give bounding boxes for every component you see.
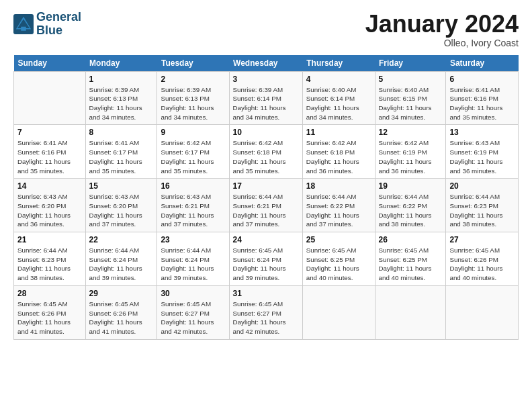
weekday-header-row: SundayMondayTuesdayWednesdayThursdayFrid…	[14, 55, 519, 72]
day-info: Sunrise: 6:42 AM Sunset: 6:18 PM Dayligh…	[306, 138, 371, 175]
calendar-cell: 25Sunrise: 6:45 AM Sunset: 6:25 PM Dayli…	[302, 232, 375, 286]
day-number: 15	[89, 181, 154, 191]
day-number: 16	[161, 181, 225, 191]
calendar-week-row: 21Sunrise: 6:44 AM Sunset: 6:23 PM Dayli…	[14, 232, 519, 286]
day-info: Sunrise: 6:45 AM Sunset: 6:24 PM Dayligh…	[233, 246, 299, 283]
svg-rect-3	[21, 27, 26, 31]
header: General Blue January 2024 Olleo, Ivory C…	[13, 11, 519, 48]
calendar-cell: 29Sunrise: 6:45 AM Sunset: 6:26 PM Dayli…	[85, 285, 157, 339]
logo: General Blue	[13, 11, 81, 38]
calendar-cell: 1Sunrise: 6:39 AM Sunset: 6:13 PM Daylig…	[85, 71, 157, 125]
day-number: 27	[449, 235, 515, 244]
calendar-cell: 12Sunrise: 6:42 AM Sunset: 6:19 PM Dayli…	[375, 125, 446, 179]
day-info: Sunrise: 6:44 AM Sunset: 6:24 PM Dayligh…	[161, 246, 225, 283]
day-number: 23	[161, 235, 225, 244]
title-block: January 2024 Olleo, Ivory Coast	[365, 11, 519, 48]
calendar-cell: 5Sunrise: 6:40 AM Sunset: 6:15 PM Daylig…	[375, 71, 446, 125]
day-number: 10	[233, 128, 299, 137]
calendar-cell	[14, 71, 86, 125]
logo-line2: Blue	[36, 24, 81, 38]
day-info: Sunrise: 6:45 AM Sunset: 6:25 PM Dayligh…	[379, 246, 443, 283]
calendar-cell	[302, 285, 375, 339]
weekday-header-wednesday: Wednesday	[229, 55, 302, 72]
day-info: Sunrise: 6:45 AM Sunset: 6:25 PM Dayligh…	[306, 246, 371, 283]
day-number: 6	[449, 75, 515, 84]
calendar-cell: 10Sunrise: 6:42 AM Sunset: 6:18 PM Dayli…	[229, 125, 302, 179]
calendar-cell: 30Sunrise: 6:45 AM Sunset: 6:27 PM Dayli…	[157, 285, 229, 339]
calendar-cell: 19Sunrise: 6:44 AM Sunset: 6:22 PM Dayli…	[375, 179, 446, 232]
day-number: 22	[89, 235, 154, 244]
day-number: 1	[89, 75, 154, 84]
day-info: Sunrise: 6:39 AM Sunset: 6:13 PM Dayligh…	[89, 85, 154, 122]
calendar-cell: 11Sunrise: 6:42 AM Sunset: 6:18 PM Dayli…	[302, 125, 375, 179]
day-info: Sunrise: 6:45 AM Sunset: 6:26 PM Dayligh…	[89, 300, 154, 336]
calendar-cell: 22Sunrise: 6:44 AM Sunset: 6:24 PM Dayli…	[85, 232, 157, 286]
day-info: Sunrise: 6:44 AM Sunset: 6:23 PM Dayligh…	[449, 192, 515, 229]
day-info: Sunrise: 6:42 AM Sunset: 6:19 PM Dayligh…	[379, 138, 443, 175]
day-info: Sunrise: 6:43 AM Sunset: 6:21 PM Dayligh…	[161, 192, 225, 229]
day-number: 25	[306, 235, 371, 244]
day-number: 4	[306, 75, 371, 84]
weekday-header-thursday: Thursday	[302, 55, 375, 72]
day-number: 19	[379, 181, 443, 191]
weekday-header-saturday: Saturday	[446, 55, 519, 72]
calendar-cell: 14Sunrise: 6:43 AM Sunset: 6:20 PM Dayli…	[14, 179, 86, 232]
day-number: 14	[17, 181, 82, 191]
calendar-cell: 18Sunrise: 6:44 AM Sunset: 6:22 PM Dayli…	[302, 179, 375, 232]
day-number: 5	[379, 75, 443, 84]
day-number: 26	[379, 235, 443, 244]
calendar-cell: 2Sunrise: 6:39 AM Sunset: 6:13 PM Daylig…	[157, 71, 229, 125]
calendar-cell: 20Sunrise: 6:44 AM Sunset: 6:23 PM Dayli…	[446, 179, 519, 232]
day-info: Sunrise: 6:44 AM Sunset: 6:21 PM Dayligh…	[233, 192, 299, 229]
calendar-cell: 7Sunrise: 6:41 AM Sunset: 6:16 PM Daylig…	[14, 125, 86, 179]
day-number: 2	[161, 75, 225, 84]
day-info: Sunrise: 6:45 AM Sunset: 6:26 PM Dayligh…	[17, 300, 82, 336]
day-info: Sunrise: 6:45 AM Sunset: 6:27 PM Dayligh…	[161, 300, 225, 336]
calendar-cell: 16Sunrise: 6:43 AM Sunset: 6:21 PM Dayli…	[157, 179, 229, 232]
weekday-header-friday: Friday	[375, 55, 446, 72]
day-info: Sunrise: 6:45 AM Sunset: 6:26 PM Dayligh…	[449, 246, 515, 283]
day-number: 18	[306, 181, 371, 191]
day-info: Sunrise: 6:41 AM Sunset: 6:16 PM Dayligh…	[449, 85, 515, 122]
calendar-week-row: 28Sunrise: 6:45 AM Sunset: 6:26 PM Dayli…	[14, 285, 519, 339]
weekday-header-sunday: Sunday	[14, 55, 86, 72]
day-info: Sunrise: 6:43 AM Sunset: 6:20 PM Dayligh…	[89, 192, 154, 229]
weekday-header-tuesday: Tuesday	[157, 55, 229, 72]
day-info: Sunrise: 6:41 AM Sunset: 6:17 PM Dayligh…	[89, 138, 154, 175]
calendar-cell: 31Sunrise: 6:45 AM Sunset: 6:27 PM Dayli…	[229, 285, 302, 339]
calendar-table: SundayMondayTuesdayWednesdayThursdayFrid…	[13, 55, 519, 340]
day-number: 9	[161, 128, 225, 137]
calendar-cell	[446, 285, 519, 339]
page: General Blue January 2024 Olleo, Ivory C…	[0, 0, 532, 347]
calendar-cell: 8Sunrise: 6:41 AM Sunset: 6:17 PM Daylig…	[85, 125, 157, 179]
calendar-cell: 15Sunrise: 6:43 AM Sunset: 6:20 PM Dayli…	[85, 179, 157, 232]
day-number: 24	[233, 235, 299, 244]
calendar-cell: 3Sunrise: 6:39 AM Sunset: 6:14 PM Daylig…	[229, 71, 302, 125]
day-number: 29	[89, 289, 154, 298]
day-info: Sunrise: 6:43 AM Sunset: 6:20 PM Dayligh…	[17, 192, 82, 229]
day-info: Sunrise: 6:45 AM Sunset: 6:27 PM Dayligh…	[233, 300, 299, 336]
day-number: 31	[233, 289, 299, 298]
day-number: 12	[379, 128, 443, 137]
calendar-cell: 17Sunrise: 6:44 AM Sunset: 6:21 PM Dayli…	[229, 179, 302, 232]
day-number: 7	[17, 128, 82, 137]
day-number: 30	[161, 289, 225, 298]
calendar-cell: 24Sunrise: 6:45 AM Sunset: 6:24 PM Dayli…	[229, 232, 302, 286]
day-number: 20	[449, 181, 515, 191]
day-info: Sunrise: 6:41 AM Sunset: 6:16 PM Dayligh…	[17, 138, 82, 175]
calendar-week-row: 14Sunrise: 6:43 AM Sunset: 6:20 PM Dayli…	[14, 179, 519, 232]
calendar-cell: 28Sunrise: 6:45 AM Sunset: 6:26 PM Dayli…	[14, 285, 86, 339]
calendar-cell: 21Sunrise: 6:44 AM Sunset: 6:23 PM Dayli…	[14, 232, 86, 286]
logo-text: General Blue	[36, 11, 81, 38]
day-info: Sunrise: 6:39 AM Sunset: 6:13 PM Dayligh…	[161, 85, 225, 122]
calendar-cell: 4Sunrise: 6:40 AM Sunset: 6:14 PM Daylig…	[302, 71, 375, 125]
calendar-cell: 26Sunrise: 6:45 AM Sunset: 6:25 PM Dayli…	[375, 232, 446, 286]
day-info: Sunrise: 6:40 AM Sunset: 6:15 PM Dayligh…	[379, 85, 443, 122]
day-info: Sunrise: 6:43 AM Sunset: 6:19 PM Dayligh…	[449, 138, 515, 175]
logo-line1: General	[36, 11, 81, 24]
calendar-cell: 13Sunrise: 6:43 AM Sunset: 6:19 PM Dayli…	[446, 125, 519, 179]
day-number: 8	[89, 128, 154, 137]
day-number: 17	[233, 181, 299, 191]
calendar-week-row: 1Sunrise: 6:39 AM Sunset: 6:13 PM Daylig…	[14, 71, 519, 125]
day-info: Sunrise: 6:42 AM Sunset: 6:18 PM Dayligh…	[233, 138, 299, 175]
